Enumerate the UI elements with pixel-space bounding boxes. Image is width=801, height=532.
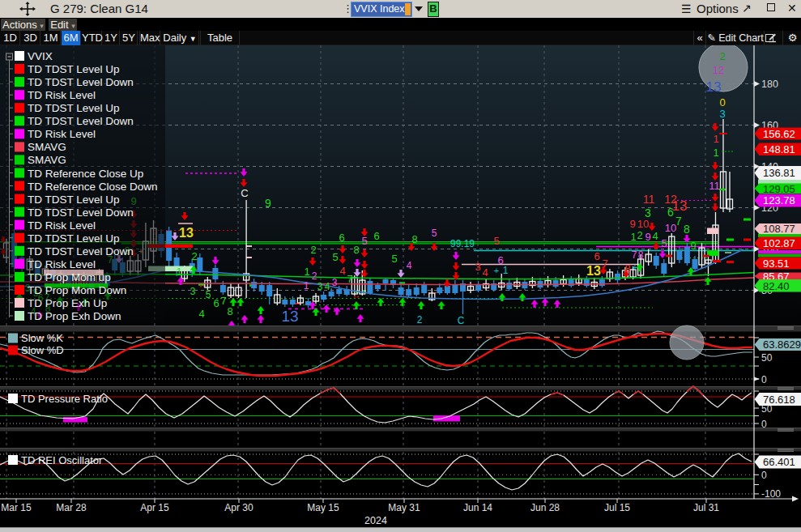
svg-text:VVIX: VVIX xyxy=(28,50,53,62)
svg-text:4: 4 xyxy=(652,230,658,242)
svg-text:+: + xyxy=(633,262,637,272)
svg-text:1: 1 xyxy=(304,266,309,278)
svg-text:6: 6 xyxy=(594,250,599,262)
svg-text:129.05: 129.05 xyxy=(763,183,795,195)
svg-text:TD Risk Level: TD Risk Level xyxy=(28,258,96,270)
svg-text:8: 8 xyxy=(624,262,630,275)
svg-text:TD TDST Level Down: TD TDST Level Down xyxy=(28,206,134,219)
svg-text:2: 2 xyxy=(312,270,317,282)
svg-text:2: 2 xyxy=(417,314,423,326)
svg-text:5: 5 xyxy=(391,253,397,265)
svg-text:63.8629: 63.8629 xyxy=(763,338,801,351)
svg-text:7: 7 xyxy=(602,257,607,270)
svg-text:TD REI Oscillator: TD REI Oscillator xyxy=(21,454,103,466)
svg-text:9: 9 xyxy=(629,218,635,230)
svg-text:0: 0 xyxy=(761,470,767,481)
svg-text:TD TDST Level Down: TD TDST Level Down xyxy=(28,115,134,127)
svg-text:TD TDST Level Up: TD TDST Level Up xyxy=(28,232,120,245)
svg-text:156.62: 156.62 xyxy=(763,128,795,140)
svg-text:Slow %K: Slow %K xyxy=(21,332,63,344)
svg-text:11: 11 xyxy=(709,180,720,192)
svg-text:9: 9 xyxy=(645,231,650,243)
svg-text:C: C xyxy=(241,187,248,199)
svg-text:6: 6 xyxy=(339,232,344,244)
svg-text:5: 5 xyxy=(332,251,338,263)
svg-text:1: 1 xyxy=(630,231,636,243)
svg-text:May 15: May 15 xyxy=(307,502,339,513)
svg-text:5: 5 xyxy=(493,235,499,247)
svg-text:5: 5 xyxy=(432,228,437,239)
svg-text:7: 7 xyxy=(675,215,682,228)
svg-text:136.81: 136.81 xyxy=(763,167,795,179)
svg-text:11: 11 xyxy=(643,193,655,206)
svg-text:4: 4 xyxy=(482,266,488,279)
svg-text:C: C xyxy=(458,315,465,326)
svg-text:8: 8 xyxy=(353,244,359,256)
svg-text:Slow %D: Slow %D xyxy=(21,344,64,356)
svg-text:2: 2 xyxy=(310,244,316,256)
svg-text:148.81: 148.81 xyxy=(763,143,795,155)
svg-text:50: 50 xyxy=(761,352,773,364)
svg-text:-100: -100 xyxy=(761,488,781,500)
svg-text:TD Prop Exh Up: TD Prop Exh Up xyxy=(28,297,107,309)
svg-text:3: 3 xyxy=(317,281,323,292)
svg-text:5: 5 xyxy=(206,289,211,300)
svg-text:1: 1 xyxy=(503,265,509,276)
svg-text:2: 2 xyxy=(719,50,725,62)
svg-text:99.19: 99.19 xyxy=(450,238,475,249)
svg-text:13: 13 xyxy=(281,308,298,325)
svg-text:13: 13 xyxy=(672,198,688,214)
svg-text:12: 12 xyxy=(713,64,724,76)
svg-text:Apr 30: Apr 30 xyxy=(224,502,254,513)
svg-text:1: 1 xyxy=(177,266,182,278)
svg-text:Mar 28: Mar 28 xyxy=(56,502,87,513)
svg-text:4: 4 xyxy=(198,308,204,320)
svg-text:1: 1 xyxy=(713,147,718,159)
svg-text:SMAVG: SMAVG xyxy=(28,154,66,166)
svg-text:+: + xyxy=(494,266,499,275)
svg-text:0: 0 xyxy=(719,96,725,109)
svg-text:TD Risk Level: TD Risk Level xyxy=(28,89,96,101)
svg-text:TD Pressure Ratio: TD Pressure Ratio xyxy=(21,393,108,405)
svg-text:TD TDST Level Up: TD TDST Level Up xyxy=(28,63,120,75)
svg-text:Jul 31: Jul 31 xyxy=(693,502,719,513)
svg-text:13: 13 xyxy=(586,264,601,278)
svg-text:5: 5 xyxy=(661,237,667,249)
svg-text:9: 9 xyxy=(265,197,271,210)
svg-text:4: 4 xyxy=(407,260,412,271)
svg-text:Apr 15: Apr 15 xyxy=(140,502,169,513)
svg-text:Jun 14: Jun 14 xyxy=(463,502,492,513)
svg-text:76.618: 76.618 xyxy=(763,394,795,406)
svg-text:1: 1 xyxy=(713,133,718,145)
svg-text:10: 10 xyxy=(637,218,649,230)
svg-text:9: 9 xyxy=(690,240,696,252)
svg-text:123.78: 123.78 xyxy=(763,194,795,206)
svg-text:7: 7 xyxy=(632,249,637,261)
svg-text:180: 180 xyxy=(761,79,778,90)
svg-text:5: 5 xyxy=(361,235,367,247)
svg-text:2: 2 xyxy=(191,250,197,262)
svg-text:8: 8 xyxy=(227,305,232,317)
svg-text:8: 8 xyxy=(638,249,644,261)
svg-text:TD Risk Level: TD Risk Level xyxy=(28,219,96,232)
svg-text:2024: 2024 xyxy=(364,515,387,526)
svg-text:93.51: 93.51 xyxy=(763,257,790,270)
svg-text:108.77: 108.77 xyxy=(763,223,795,235)
svg-text:May 31: May 31 xyxy=(388,502,420,513)
svg-text:6: 6 xyxy=(213,297,219,309)
svg-text:6: 6 xyxy=(373,230,379,242)
svg-text:3: 3 xyxy=(475,261,480,273)
svg-text:4: 4 xyxy=(339,265,345,277)
svg-text:7: 7 xyxy=(347,273,352,285)
svg-text:Jun 28: Jun 28 xyxy=(530,502,560,513)
svg-text:13: 13 xyxy=(179,226,194,240)
svg-text:102.87: 102.87 xyxy=(763,237,795,249)
svg-text:TD TDST Level Down: TD TDST Level Down xyxy=(28,76,134,88)
svg-text:TD Prop Mom Down: TD Prop Mom Down xyxy=(28,284,126,296)
svg-text:3: 3 xyxy=(190,286,196,297)
svg-text:0: 0 xyxy=(761,374,767,385)
svg-text:3: 3 xyxy=(719,108,725,120)
svg-text:TD Prop Mom up: TD Prop Mom up xyxy=(28,271,111,283)
svg-text:2: 2 xyxy=(637,229,642,241)
svg-text:SMAVG: SMAVG xyxy=(28,141,66,153)
